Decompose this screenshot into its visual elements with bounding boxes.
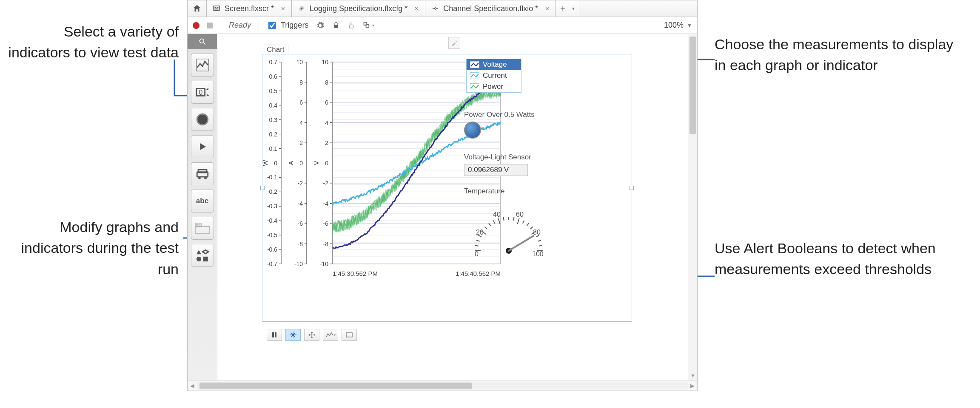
svg-rect-4 [214, 6, 219, 11]
tool-chart[interactable] [191, 54, 214, 76]
home-button[interactable] [188, 0, 207, 17]
scrollbar-thumb[interactable] [199, 382, 472, 389]
tab-logging[interactable]: Logging Specification.flxcfg *✕ [292, 0, 425, 17]
tab-channel[interactable]: Channel Specification.flxio *✕ [425, 0, 556, 17]
svg-rect-7 [215, 8, 219, 9]
svg-line-171 [509, 236, 533, 251]
svg-text:0.7: 0.7 [269, 59, 278, 65]
chart-title[interactable]: Chart [263, 45, 288, 55]
svg-text:8: 8 [299, 79, 303, 86]
palette-search[interactable] [188, 34, 217, 49]
tool-vehicle[interactable] [191, 162, 214, 185]
horizontal-scrollbar[interactable]: ◀ ▶ [188, 380, 697, 391]
svg-text:-10: -10 [320, 261, 328, 267]
indicator-value: 0.0962689 V [464, 164, 528, 176]
tool-led[interactable] [191, 108, 214, 131]
tab-label: Screen.flxscr * [225, 4, 274, 13]
cursor-button[interactable] [342, 329, 357, 341]
svg-text:W: W [262, 160, 269, 166]
settings-button[interactable] [316, 21, 325, 30]
close-icon[interactable]: ✕ [281, 6, 285, 12]
indicator-label: Voltage-Light Sensor [464, 153, 531, 162]
chart-legend[interactable]: Voltage Current Power [466, 59, 521, 93]
scroll-left-icon[interactable]: ◀ [188, 382, 197, 389]
crosshair-button[interactable] [285, 329, 301, 341]
svg-text:1:45:30.562 PM: 1:45:30.562 PM [333, 270, 378, 277]
temperature-gauge[interactable]: Temperature 0 20 40 60 80 100 [464, 187, 553, 261]
pan-button[interactable] [304, 329, 319, 341]
autoscale-icon [326, 332, 333, 338]
svg-text:-8: -8 [298, 241, 303, 247]
text-icon: abc [196, 197, 208, 205]
gauge-icon: 0 20 40 60 80 100 [464, 196, 553, 259]
lock-button[interactable] [332, 22, 340, 29]
unlock-button[interactable] [348, 22, 355, 29]
close-icon[interactable]: ✕ [414, 6, 419, 12]
lock-icon [332, 22, 340, 29]
vertical-scrollbar[interactable]: ▼ [688, 34, 697, 380]
zoom-control[interactable]: 100% ▼ [664, 21, 692, 30]
svg-text:80: 80 [533, 229, 541, 236]
autoscale-button[interactable]: ▾ [323, 329, 338, 341]
tab-screen[interactable]: Screen.flxscr *✕ [207, 0, 292, 17]
svg-text:-8: -8 [323, 241, 329, 247]
close-icon[interactable]: ✕ [545, 6, 550, 12]
gear-icon [316, 21, 325, 30]
tool-play[interactable] [191, 135, 214, 158]
pause-button[interactable] [267, 329, 282, 341]
svg-text:8: 8 [325, 79, 328, 86]
scroll-down-icon[interactable]: ▼ [689, 373, 696, 380]
svg-text:-6: -6 [323, 220, 329, 227]
stop-button[interactable] [207, 23, 213, 28]
svg-text:4: 4 [325, 119, 328, 126]
svg-rect-180 [346, 333, 352, 337]
scrollbar-thumb[interactable] [689, 37, 696, 134]
record-button[interactable] [193, 22, 199, 29]
svg-rect-23 [195, 227, 210, 233]
tool-label[interactable]: abc [191, 217, 214, 240]
power-alert-indicator[interactable]: Power Over 0.5 Watts [464, 110, 535, 139]
svg-text:-0.2: -0.2 [267, 188, 277, 195]
legend-voltage[interactable]: Voltage [467, 59, 521, 70]
svg-text:-6: -6 [298, 220, 303, 227]
chart[interactable]: -0.7-0.6-0.5-0.4-0.3-0.2-0.100.10.20.30.… [262, 54, 632, 322]
tab-bar: Screen.flxscr *✕ Logging Specification.f… [188, 0, 697, 17]
chart-config-handle[interactable] [448, 37, 460, 49]
svg-line-164 [530, 227, 533, 229]
svg-text:V: V [313, 161, 320, 165]
svg-text:-0.1: -0.1 [267, 174, 277, 181]
svg-text:0: 0 [475, 250, 479, 258]
tab-add[interactable]: + ▾ [556, 0, 579, 17]
legend-current[interactable]: Current [467, 70, 521, 81]
arrange-button[interactable]: ▾ [363, 21, 374, 30]
svg-line-160 [513, 217, 514, 221]
power-swatch-icon [470, 84, 479, 89]
tab-label: Channel Specification.flxio * [443, 4, 538, 13]
line-chart-icon [195, 58, 210, 72]
scroll-right-icon[interactable]: ▶ [688, 382, 697, 389]
svg-line-158 [503, 217, 504, 221]
home-icon [192, 4, 202, 13]
svg-text:-0.4: -0.4 [267, 217, 277, 224]
canvas[interactable]: Chart -0.7-0.6-0.5-0.4-0.3-0.2-0.100.10.… [217, 34, 688, 380]
svg-text:0: 0 [299, 160, 303, 167]
arrange-icon [363, 21, 371, 30]
triggers-checkbox[interactable]: Triggers [267, 20, 308, 31]
legend-label: Current [483, 71, 507, 80]
scroll-track[interactable] [197, 382, 688, 389]
tool-numeric[interactable]: 0 [191, 81, 214, 104]
light-sensor-indicator[interactable]: Voltage-Light Sensor 0.0962689 V [464, 153, 531, 176]
svg-text:-4: -4 [298, 200, 303, 207]
tool-shapes[interactable] [191, 244, 214, 267]
svg-text:100: 100 [532, 250, 544, 258]
triggers-input[interactable] [268, 22, 276, 29]
pan-icon [308, 332, 315, 338]
play-icon [197, 141, 208, 153]
svg-rect-10 [350, 25, 353, 28]
svg-text:40: 40 [493, 211, 501, 218]
legend-power[interactable]: Power [467, 81, 521, 92]
tool-text[interactable]: abc [191, 190, 214, 212]
svg-text:4: 4 [299, 119, 303, 126]
svg-rect-178 [272, 332, 274, 337]
svg-text:0.3: 0.3 [269, 116, 278, 123]
